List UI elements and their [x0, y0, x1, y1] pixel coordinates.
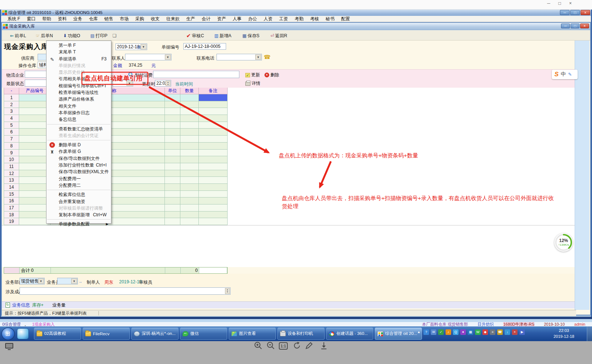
menubar-item-人事[interactable]: 人事 — [229, 16, 245, 22]
row-number-cell[interactable]: 15 — [4, 191, 19, 198]
unit-cell[interactable] — [165, 170, 180, 177]
taskbar-clock[interactable]: 22:03 2019-12-18 — [554, 328, 574, 339]
tray-expand-icon[interactable]: ▲ — [416, 329, 422, 335]
note-cell[interactable] — [199, 191, 228, 198]
qty-cell[interactable] — [180, 143, 199, 150]
menu-item-查看数量汇总物资清单[interactable]: 查看数量汇总物资清单 — [46, 126, 111, 132]
menu-item-检查单据编号连续性[interactable]: 检查单据编号连续性 — [46, 89, 111, 96]
child-titlebar[interactable]: 现金采购入库 ─ □ × — [2, 23, 590, 30]
note-cell[interactable] — [199, 177, 228, 184]
unit-cell[interactable] — [165, 156, 180, 163]
menubar-item-生产[interactable]: 生产 — [183, 16, 198, 22]
detail-button[interactable]: 详情 — [245, 80, 260, 87]
menu-item-复制本单据新增[interactable]: 复制本单据新增Ctrl+W — [46, 211, 111, 218]
unit-cell[interactable] — [165, 184, 180, 191]
outer-minimize-button[interactable]: ─ — [547, 1, 550, 6]
prev-doc-button[interactable]: 前单L — [10, 32, 26, 39]
menubar-item-帮助[interactable]: 帮助 — [39, 16, 55, 22]
unit-cell[interactable] — [165, 163, 180, 170]
clerk-combo[interactable] — [57, 278, 78, 284]
download-icon[interactable] — [319, 341, 329, 351]
outer-close-button[interactable]: × — [569, 1, 572, 6]
update-button[interactable]: ✓更新 — [245, 72, 260, 78]
note-cell[interactable] — [199, 143, 228, 150]
grid-header-cell[interactable]: 单位 — [165, 88, 180, 94]
ime-mode-indicator[interactable]: 中 — [561, 71, 566, 78]
doc-tab[interactable]: 。 — [24, 322, 28, 326]
taskbar-button-folder[interactable]: 02高级教程 — [34, 328, 81, 340]
menu-item-分配费用二[interactable]: 分配费用二 — [46, 182, 111, 189]
menu-item-合并重复物资[interactable]: 合并重复物资 — [46, 198, 111, 205]
tray-media-icon[interactable]: ▶ — [519, 329, 525, 335]
table-row[interactable]: 6 — [4, 129, 228, 136]
unit-cell[interactable] — [165, 122, 180, 129]
print-button[interactable]: 打印P — [90, 32, 107, 39]
save-button[interactable]: 保存S — [242, 32, 259, 39]
qty-cell[interactable] — [180, 156, 199, 163]
row-number-cell[interactable]: 17 — [4, 204, 19, 211]
unit-cell[interactable] — [165, 115, 180, 122]
grid-header-cell[interactable]: 数量 — [180, 88, 199, 94]
menu-item-保存导出数据到XML文件[interactable]: 保存/导出数据到XML文件 — [46, 168, 111, 175]
tray-wechat-icon[interactable]: W — [475, 329, 481, 335]
menubar-item-配置[interactable]: 配置 — [338, 16, 353, 22]
row-number-cell[interactable]: 3 — [4, 108, 19, 115]
menu-item-备忘信息[interactable]: 备忘信息 — [46, 116, 111, 123]
menubar-item-秘书[interactable]: 秘书 — [322, 16, 338, 22]
row-number-cell[interactable]: 11 — [4, 163, 19, 170]
menu-item-相关文件[interactable]: 相关文件 — [46, 103, 111, 109]
business-info-link[interactable]: 业务信息 — [12, 302, 30, 308]
table-row[interactable]: 1 — [4, 94, 228, 101]
menu-item-末尾单T[interactable]: 末尾单 T — [46, 49, 111, 55]
start-button[interactable] — [1, 328, 15, 340]
unit-cell[interactable] — [165, 101, 180, 108]
app-close-button[interactable]: × — [581, 10, 590, 15]
note-cell[interactable] — [199, 136, 228, 143]
table-row[interactable]: 3 — [4, 108, 228, 115]
app-titlebar[interactable]: 综合管理 oit 20191010 - 远程-ZHOUDONG:10045 ─ … — [1, 10, 591, 16]
menubar-item-资料[interactable]: 资料 — [55, 16, 70, 22]
table-row[interactable]: 4 — [4, 115, 228, 122]
qty-cell[interactable] — [180, 191, 199, 198]
freight-field[interactable] — [153, 71, 239, 78]
menubar-item-业务[interactable]: 业务 — [70, 16, 86, 22]
phone-combo[interactable] — [217, 54, 262, 60]
moment-time-spinner[interactable]: 22:02 — [155, 80, 171, 87]
qty-cell[interactable] — [180, 197, 199, 204]
qty-cell[interactable] — [180, 108, 199, 115]
menu-item-单据清单[interactable]: 单据清单F3 — [46, 56, 111, 62]
row-number-cell[interactable]: 7 — [4, 136, 19, 143]
note-cell[interactable] — [199, 122, 228, 129]
qty-cell[interactable] — [180, 163, 199, 170]
app-maximize-button[interactable]: □ — [570, 10, 580, 15]
row-number-cell[interactable]: 10 — [4, 156, 19, 163]
app-minimize-button[interactable]: ─ — [560, 10, 570, 15]
table-row[interactable]: 11 — [4, 163, 228, 170]
ime-bar[interactable]: S 中 ✎ — [552, 70, 578, 79]
row-number-cell[interactable]: 16 — [4, 197, 19, 204]
menubar-item-资产[interactable]: 资产 — [214, 16, 229, 22]
doc-tab[interactable]: 1现金采购入 — [32, 322, 55, 326]
menubar-item-考勤[interactable]: 考勤 — [291, 16, 307, 22]
unit-cell[interactable] — [165, 94, 180, 101]
outer-maximize-button[interactable]: □ — [558, 1, 561, 6]
items-grid[interactable]: -产品编号产品名称单位数量备注1234567891011121314151617… — [4, 88, 228, 225]
child-close-button[interactable]: × — [580, 24, 589, 28]
note-cell[interactable] — [199, 211, 228, 218]
taskbar-button-photo[interactable]: 图片查看 — [229, 328, 276, 340]
menu-item-作废单据G[interactable]: 作废单据 G — [46, 148, 111, 155]
note-cell[interactable] — [199, 163, 228, 170]
tray-360-icon[interactable]: ● — [460, 329, 466, 335]
qty-cell[interactable] — [180, 122, 199, 129]
rotate-icon[interactable] — [293, 341, 302, 351]
dept-combo[interactable]: 现货销售部 — [20, 278, 45, 284]
table-row[interactable]: 16 — [4, 197, 228, 204]
menubar-item-往来款[interactable]: 往来款 — [163, 16, 183, 22]
unit-cell[interactable] — [165, 129, 180, 136]
display-icon[interactable] — [5, 343, 13, 349]
doc-tab[interactable]: 0综合管理 — [2, 322, 21, 326]
note-cell[interactable] — [199, 156, 228, 163]
unit-cell[interactable] — [165, 211, 180, 218]
functions-button[interactable]: 功能O — [63, 32, 80, 39]
child-minimize-button[interactable]: ─ — [561, 24, 570, 28]
